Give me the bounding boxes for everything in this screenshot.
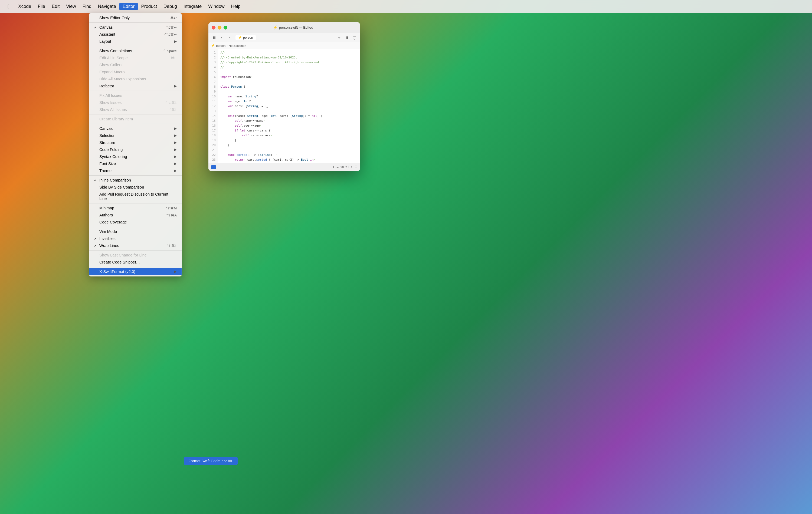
code-line-6: import Foundation· xyxy=(220,75,358,80)
back-icon[interactable]: ‹ xyxy=(219,35,225,40)
menu-assistant[interactable]: Assistant ^⌥⌘↩ xyxy=(89,31,182,38)
editor-window: ⚡ person.swift — Edited ☷ ‹ › ⚡ person ⇨… xyxy=(208,22,360,171)
menubar-product[interactable]: Product xyxy=(138,3,160,10)
menu-arrow-font-size: ▶ xyxy=(174,162,177,165)
menu-code-folding[interactable]: Code Folding ▶ xyxy=(89,146,182,153)
menu-show-last-change[interactable]: Show Last Change for Line xyxy=(89,251,182,259)
menubar-editor[interactable]: Editor xyxy=(119,3,138,10)
menu-edit-all-in-scope[interactable]: Edit All in Scope ⌘E xyxy=(89,54,182,61)
menu-structure[interactable]: Structure ▶ xyxy=(89,139,182,146)
menubar-help[interactable]: Help xyxy=(228,3,244,10)
menubar-integrate[interactable]: Integrate xyxy=(180,3,205,10)
menu-show-editor-only[interactable]: Show Editor Only ⌘↩ xyxy=(89,14,182,21)
menubar:  Xcode File Edit View Find Navigate Edi… xyxy=(0,0,812,13)
menu-arrow-refactor: ▶ xyxy=(174,84,177,88)
menu-side-by-side[interactable]: Side By Side Comparison xyxy=(89,184,182,191)
separator-6 xyxy=(89,175,182,176)
forward-icon[interactable]: › xyxy=(226,35,232,40)
format-swift-shortcut: ^⌥⌘F xyxy=(222,459,233,463)
menu-theme[interactable]: Theme ▶ xyxy=(89,167,182,174)
menu-font-size[interactable]: Font Size ▶ xyxy=(89,160,182,167)
menubar-window[interactable]: Window xyxy=(205,3,228,10)
tab-bar: ⚡ person xyxy=(235,35,256,40)
split-editor-icon[interactable]: ⇨ xyxy=(336,35,342,40)
menu-refactor[interactable]: Refactor ▶ xyxy=(89,83,182,90)
menu-show-issues[interactable]: Show Issues ^⌥⌘L xyxy=(89,99,182,106)
menu-label-last-change: Show Last Change for Line xyxy=(99,253,147,257)
menubar-xcode[interactable]: Xcode xyxy=(15,3,34,10)
menu-shortcut-wrap-lines: ^⇧⌘L xyxy=(167,244,177,248)
minimize-button[interactable] xyxy=(218,26,222,29)
menu-create-library-item[interactable]: Create Library Item xyxy=(89,116,182,123)
code-line-13 xyxy=(220,109,358,114)
status-layout-icon[interactable]: ☷ xyxy=(354,165,357,169)
menu-minimap[interactable]: Minimap ^⇧⌘M xyxy=(89,205,182,212)
menu-label-code-snippet: Create Code Snippet… xyxy=(99,260,140,264)
sidebar-toggle-icon[interactable]: ☷ xyxy=(211,35,217,40)
separator-2 xyxy=(89,46,182,46)
menubar-view[interactable]: View xyxy=(63,3,79,10)
menu-hide-macro[interactable]: Hide All Macro Expansions xyxy=(89,75,182,83)
menu-inline-comparison[interactable]: ✓ Inline Comparison xyxy=(89,177,182,184)
menu-label-structure: Structure xyxy=(99,141,115,145)
menu-selection[interactable]: Selection ▶ xyxy=(89,132,182,139)
close-button[interactable] xyxy=(212,26,215,29)
breadcrumb-path: No Selection xyxy=(229,44,246,47)
menu-arrow-selection: ▶ xyxy=(174,133,177,138)
breadcrumb-separator: › xyxy=(227,44,227,47)
menu-canvas-2[interactable]: Canvas ▶ xyxy=(89,125,182,132)
menu-canvas-1[interactable]: ✓ Canvas ⌥⌘↩ xyxy=(89,24,182,31)
line-num-16: 16 xyxy=(208,123,218,128)
status-indicator xyxy=(211,165,216,169)
menu-vim-mode[interactable]: Vim Mode xyxy=(89,228,182,235)
code-line-23: return cars.sorted { (car1, car2) -> Boo… xyxy=(220,157,358,162)
code-line-12: var cars: [String] = []· xyxy=(220,104,358,109)
menubar-navigate[interactable]: Navigate xyxy=(95,3,119,10)
menu-check-canvas: ✓ xyxy=(94,25,98,29)
line-num-21: 21 xyxy=(208,148,218,153)
menu-authors[interactable]: Authors ^⇧⌘A xyxy=(89,212,182,219)
menu-label-show-callers: Show Callers… xyxy=(99,63,126,67)
menubar-find[interactable]: Find xyxy=(79,3,95,10)
code-line-17: if let cars·=·cars { xyxy=(220,128,358,133)
menu-create-code-snippet[interactable]: Create Code Snippet… xyxy=(89,259,182,266)
menu-code-coverage[interactable]: Code Coverage xyxy=(89,219,182,225)
menu-add-pull-request[interactable]: Add Pull Request Discussion to Current L… xyxy=(89,191,182,202)
menubar-debug[interactable]: Debug xyxy=(160,3,180,10)
code-area[interactable]: //· //··Created·by·Rui·Aureliano·on·01/1… xyxy=(218,49,360,163)
menu-show-completions[interactable]: Show Completions ⌃ Space xyxy=(89,47,182,54)
menu-check-inline-comparison: ✓ xyxy=(94,178,98,182)
line-num-1: 1 xyxy=(208,50,218,55)
menu-expand-macro[interactable]: Expand Macro xyxy=(89,68,182,75)
menu-invisibles[interactable]: ✓ Invisibles xyxy=(89,235,182,242)
menu-wrap-lines[interactable]: ✓ Wrap Lines ^⇧⌘L xyxy=(89,242,182,249)
maximize-button[interactable] xyxy=(224,26,227,29)
inspector-icon[interactable]: ◯ xyxy=(351,35,357,40)
apple-menu[interactable]:  xyxy=(4,2,13,11)
menu-label-refactor: Refactor xyxy=(99,84,114,88)
separator-7 xyxy=(89,203,182,204)
menu-label-selection: Selection xyxy=(99,133,116,138)
menu-shortcut-show-issues: ^⌥⌘L xyxy=(166,101,177,105)
menu-shortcut-show-all-issues: ^⌘L xyxy=(170,108,177,112)
menu-label-create-library: Create Library Item xyxy=(99,117,133,121)
code-line-16: self.age·=·age· xyxy=(220,123,358,128)
menu-shortcut-assistant: ^⌥⌘↩ xyxy=(165,32,177,36)
tab-person[interactable]: ⚡ person xyxy=(235,35,256,40)
menu-show-all-issues[interactable]: Show All Issues ^⌘L xyxy=(89,106,182,113)
menu-label-syntax-coloring: Syntax Coloring xyxy=(99,154,127,159)
menu-syntax-coloring[interactable]: Syntax Coloring ▶ xyxy=(89,153,182,160)
menu-xswiftformat[interactable]: X-SwiftFormat (v2.0) ▶ xyxy=(89,268,182,275)
line-num-18: 18 xyxy=(208,133,218,138)
grid-view-icon[interactable]: ☷ xyxy=(344,35,350,40)
menu-label-theme: Theme xyxy=(99,169,112,173)
breadcrumb-root[interactable]: person xyxy=(216,44,226,47)
menu-arrow-syntax-coloring: ▶ xyxy=(174,155,177,158)
menu-arrow-code-folding: ▶ xyxy=(174,148,177,151)
menubar-file[interactable]: File xyxy=(35,3,49,10)
menu-layout[interactable]: Layout ▶ xyxy=(89,38,182,45)
menubar-edit[interactable]: Edit xyxy=(49,3,63,10)
menu-label-canvas-2: Canvas xyxy=(99,126,113,131)
menu-show-callers[interactable]: Show Callers… xyxy=(89,61,182,68)
menu-fix-all-issues[interactable]: Fix All Issues xyxy=(89,92,182,99)
